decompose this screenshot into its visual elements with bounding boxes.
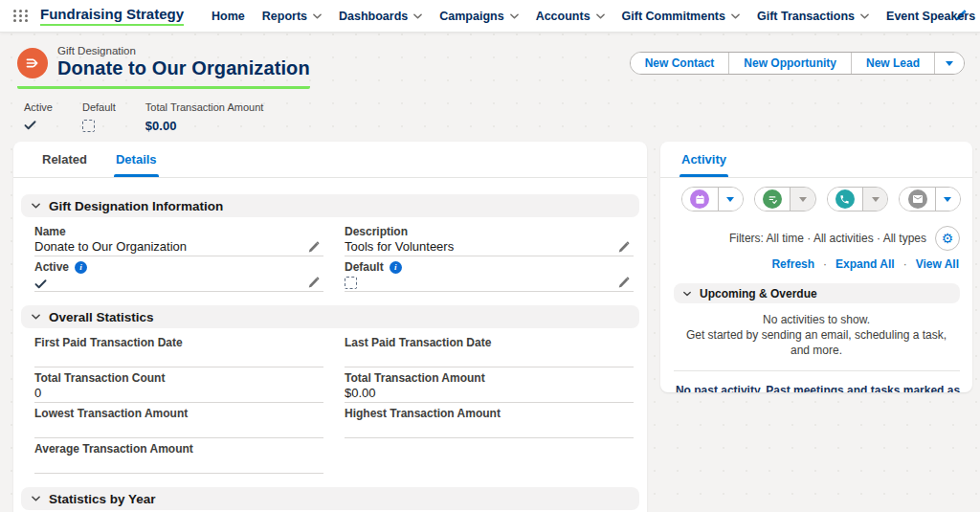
edit-default-pencil-icon[interactable] <box>617 277 632 290</box>
field-last-paid-transaction-date: Last Paid Transaction Date <box>345 332 634 367</box>
activity-filters-text: Filters: All time · All activities · All… <box>729 232 926 245</box>
highlight-value: $0.00 <box>145 119 264 133</box>
highlight-total-transaction-amount: Total Transaction Amount$0.00 <box>145 101 264 133</box>
activity-filters-row: Filters: All time · All activities · All… <box>660 226 972 251</box>
email-button-group <box>899 187 961 211</box>
highlight-label: Default <box>82 101 116 113</box>
link-separator-dot: · <box>903 257 907 271</box>
detail-sections: Gift Designation InformationNameDonate t… <box>13 178 647 512</box>
nav-item-label: Dashboards <box>339 10 408 23</box>
chevron-down-icon <box>510 13 519 19</box>
no-activities-subtitle: Get started by sending an email, schedul… <box>676 327 957 358</box>
record-tabs: Related Details <box>13 142 647 178</box>
tab-related[interactable]: Related <box>42 142 87 177</box>
chevron-down-icon <box>313 13 322 19</box>
edit-description-pencil-icon[interactable] <box>617 241 632 255</box>
chevron-down-icon <box>683 291 691 297</box>
activity-divider <box>674 370 960 371</box>
field-value-text: 0 <box>34 386 41 401</box>
field-average-transaction-amount: Average Transaction Amount <box>34 438 323 474</box>
nav-item-gift-transactions[interactable]: Gift Transactions <box>748 0 878 32</box>
page-body: Related Details Gift Designation Informa… <box>0 134 980 512</box>
field-value-text: Tools for Volunteers <box>345 239 454 255</box>
view-all-link[interactable]: View All <box>916 257 959 271</box>
expand-all-link[interactable]: Expand All <box>835 257 895 271</box>
field-label: Last Paid Transaction Date <box>345 336 632 349</box>
tab-details[interactable]: Details <box>116 142 157 177</box>
field-total-transaction-count: Total Transaction Count0 <box>34 367 323 403</box>
field-value-text <box>345 350 348 366</box>
highlight-value <box>24 119 53 133</box>
new-lead-button[interactable]: New Lead <box>851 53 934 74</box>
field-label: Total Transaction Amount <box>345 371 632 385</box>
caret-down-icon <box>799 197 807 202</box>
field-grid: NameDonate to Our OrganizationDescriptio… <box>21 217 639 292</box>
caret-down-icon <box>872 197 880 202</box>
new-event-button[interactable] <box>682 188 719 211</box>
new-event-dropdown-button[interactable] <box>719 188 743 211</box>
field-label: Total Transaction Count <box>34 371 322 385</box>
salesforce-record-page: Fundraising Strategy HomeReportsDashboar… <box>0 0 980 512</box>
nav-item-dashboards[interactable]: Dashboards <box>330 0 431 32</box>
info-icon[interactable]: i <box>390 261 402 274</box>
app-launcher-icon[interactable] <box>13 10 29 23</box>
field-label: Highest Transaction Amount <box>345 407 632 420</box>
email-dropdown-button[interactable] <box>936 188 960 211</box>
new-opportunity-button[interactable]: New Opportunity <box>728 53 851 74</box>
app-name[interactable]: Fundraising Strategy <box>40 6 184 26</box>
link-separator-dot: · <box>823 257 827 271</box>
no-activities-title: No activities to show. <box>676 312 957 327</box>
task-icon <box>763 189 782 209</box>
nav-item-gift-commitments[interactable]: Gift Commitments <box>613 0 748 32</box>
upcoming-overdue-section-header[interactable]: Upcoming & Overdue <box>674 283 960 303</box>
section-header-statistics-by-year[interactable]: Statistics by Year <box>21 487 639 510</box>
nav-item-home[interactable]: Home <box>203 0 254 32</box>
nav-item-label: Gift Commitments <box>622 10 725 23</box>
info-icon[interactable]: i <box>75 261 87 274</box>
activity-settings-gear-icon[interactable]: ⚙ <box>935 226 960 251</box>
highlight-value <box>82 119 116 133</box>
new-contact-button[interactable]: New Contact <box>631 53 729 74</box>
unchecked-checkbox <box>345 277 357 289</box>
log-a-call-button[interactable] <box>828 188 864 211</box>
checked-icon <box>24 121 36 130</box>
email-button[interactable] <box>900 188 936 211</box>
record-detail-card: Related Details Gift Designation Informa… <box>13 142 647 512</box>
section-header-overall-statistics[interactable]: Overall Statistics <box>21 305 639 328</box>
field-value-text: $0.00 <box>145 119 177 133</box>
highlight-label: Total Transaction Amount <box>145 101 264 113</box>
nav-item-label: Campaigns <box>439 10 503 23</box>
new-task-button[interactable] <box>755 188 791 211</box>
section-title: Statistics by Year <box>49 492 156 506</box>
edit-name-pencil-icon[interactable] <box>307 241 322 255</box>
nav-item-accounts[interactable]: Accounts <box>527 0 613 32</box>
more-actions-dropdown-button[interactable] <box>934 53 964 74</box>
field-value-text: Donate to Our Organization <box>34 239 187 255</box>
field-description: DescriptionTools for Volunteers <box>345 221 634 256</box>
new-task-dropdown-button[interactable] <box>791 188 814 211</box>
gift-designation-record-icon <box>17 48 48 78</box>
section-statistics-by-year: Statistics by YearCurrent Year Transacti… <box>21 487 639 512</box>
nav-item-label: Home <box>212 10 245 23</box>
tab-activity[interactable]: Activity <box>681 142 726 177</box>
field-highest-transaction-amount: Highest Transaction Amount <box>345 403 634 438</box>
field-lowest-transaction-amount: Lowest Transaction Amount <box>34 403 323 438</box>
envelope-icon <box>908 189 927 209</box>
nav-item-label: Reports <box>262 10 307 23</box>
new-event-button-group <box>681 187 744 211</box>
nav-item-event-speakers[interactable]: Event Speakers <box>878 0 980 32</box>
upcoming-overdue-title: Upcoming & Overdue <box>700 287 817 301</box>
section-header-gift-designation-information[interactable]: Gift Designation Information <box>21 194 639 217</box>
edit-active-pencil-icon[interactable] <box>307 277 322 290</box>
field-name: NameDonate to Our Organization <box>34 221 323 256</box>
log-a-call-dropdown-button[interactable] <box>863 188 887 211</box>
activity-tabs: Activity <box>660 142 972 178</box>
chevron-down-icon <box>413 13 422 19</box>
chevron-down-icon <box>32 203 40 209</box>
refresh-link[interactable]: Refresh <box>771 257 814 271</box>
highlight-active: Active <box>24 101 53 133</box>
record-header: Gift Designation Donate to Our Organizat… <box>0 32 980 134</box>
nav-item-reports[interactable]: Reports <box>254 0 330 32</box>
nav-item-campaigns[interactable]: Campaigns <box>431 0 526 32</box>
past-activity-note: No past activity. Past meetings and task… <box>660 384 972 392</box>
